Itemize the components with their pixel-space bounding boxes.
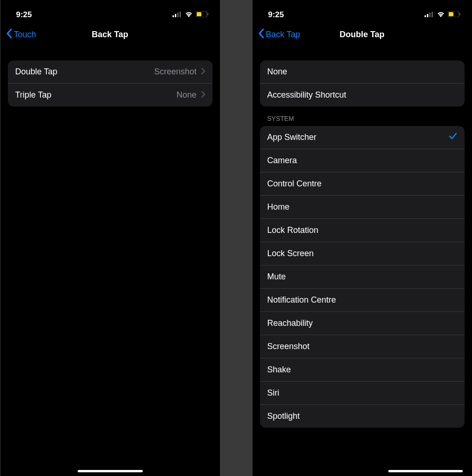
svg-rect-12 (449, 12, 453, 16)
svg-rect-0 (173, 15, 174, 17)
back-button[interactable]: Back Tap (258, 28, 300, 41)
cell-label: Reachability (267, 318, 313, 328)
chevron-right-icon (201, 67, 205, 77)
chevron-right-icon (201, 90, 205, 100)
cell-mute[interactable]: Mute (260, 265, 465, 289)
back-label: Back Tap (266, 30, 300, 40)
cell-right: None (176, 90, 205, 100)
svg-rect-10 (432, 12, 433, 17)
cell-shake[interactable]: Shake (260, 358, 465, 382)
checkmark-icon (449, 132, 457, 142)
cell-triple-tap[interactable]: Triple Tap None (8, 84, 213, 106)
cell-label: App Switcher (267, 132, 317, 142)
cell-group: Double Tap Screenshot Triple Tap None (8, 60, 213, 106)
svg-rect-9 (429, 13, 431, 17)
cell-label: Control Centre (267, 179, 322, 189)
battery-icon (448, 11, 461, 19)
chevron-left-icon (6, 28, 12, 41)
cell-label: Shake (267, 365, 291, 375)
nav-bar: Back Tap Double Tap (253, 23, 472, 47)
page-title: Back Tap (92, 30, 128, 40)
cell-reachability[interactable]: Reachability (260, 312, 465, 335)
svg-rect-2 (177, 13, 179, 17)
page-title: Double Tap (339, 30, 385, 40)
section-header-system: SYSTEM (260, 106, 465, 126)
cell-label: Siri (267, 388, 279, 398)
cell-accessibility-shortcut[interactable]: Accessibility Shortcut (260, 84, 465, 106)
back-button[interactable]: Touch (6, 28, 36, 41)
cell-spotlight[interactable]: Spotlight (260, 405, 465, 428)
home-indicator[interactable] (388, 470, 463, 472)
cell-screenshot[interactable]: Screenshot (260, 335, 465, 358)
cellular-signal-icon (173, 11, 182, 19)
status-bar: 9:25 (253, 0, 472, 23)
cell-double-tap[interactable]: Double Tap Screenshot (8, 60, 213, 84)
cell-label: Triple Tap (15, 90, 52, 100)
svg-rect-7 (425, 15, 426, 17)
phone-right: 9:25 Back Tap Double Tap None (253, 0, 472, 476)
cell-label: None (267, 67, 287, 77)
chevron-left-icon (258, 28, 264, 41)
content-left: Double Tap Screenshot Triple Tap None (0, 47, 220, 106)
cell-group-top: None Accessibility Shortcut (260, 60, 465, 106)
home-indicator[interactable] (78, 470, 143, 472)
cell-app-switcher[interactable]: App Switcher (260, 126, 465, 149)
back-label: Touch (14, 30, 36, 40)
phone-left: 9:25 Touch Back Tap Double Tap (0, 0, 220, 476)
cell-label: Lock Rotation (267, 225, 319, 235)
cell-label: Double Tap (15, 67, 58, 77)
cell-value: None (176, 90, 196, 100)
cell-label: Screenshot (267, 342, 310, 351)
status-time: 9:25 (16, 10, 32, 20)
cell-label: Mute (267, 272, 286, 282)
cell-label: Lock Screen (267, 249, 314, 258)
cell-control-centre[interactable]: Control Centre (260, 172, 465, 196)
cellular-signal-icon (425, 11, 434, 19)
cell-label: Spotlight (267, 411, 300, 421)
cell-label: Camera (267, 156, 297, 165)
cell-lock-screen[interactable]: Lock Screen (260, 242, 465, 265)
cell-label: Accessibility Shortcut (267, 90, 346, 100)
status-icons (425, 11, 461, 19)
cell-label: Home (267, 202, 290, 212)
cell-siri[interactable]: Siri (260, 382, 465, 405)
svg-rect-13 (459, 13, 460, 15)
svg-rect-5 (197, 12, 201, 16)
battery-icon (196, 11, 209, 19)
status-bar: 9:25 (0, 0, 220, 23)
status-icons (173, 11, 209, 19)
svg-rect-1 (175, 14, 176, 17)
cell-notification-centre[interactable]: Notification Centre (260, 289, 465, 312)
svg-rect-3 (179, 12, 181, 17)
content-right: None Accessibility Shortcut SYSTEM App S… (253, 47, 472, 428)
status-time: 9:25 (268, 10, 284, 20)
wifi-icon (185, 11, 193, 19)
cell-right: Screenshot (154, 67, 205, 77)
svg-rect-8 (427, 14, 428, 17)
cell-lock-rotation[interactable]: Lock Rotation (260, 219, 465, 242)
cell-group-system: App Switcher Camera Control Centre Home … (260, 126, 465, 428)
cell-value: Screenshot (154, 67, 196, 77)
wifi-icon (437, 11, 445, 19)
svg-rect-6 (207, 13, 208, 15)
cell-camera[interactable]: Camera (260, 149, 465, 172)
cell-none[interactable]: None (260, 60, 465, 84)
cell-home[interactable]: Home (260, 196, 465, 219)
nav-bar: Touch Back Tap (0, 23, 220, 47)
cell-label: Notification Centre (267, 295, 336, 305)
